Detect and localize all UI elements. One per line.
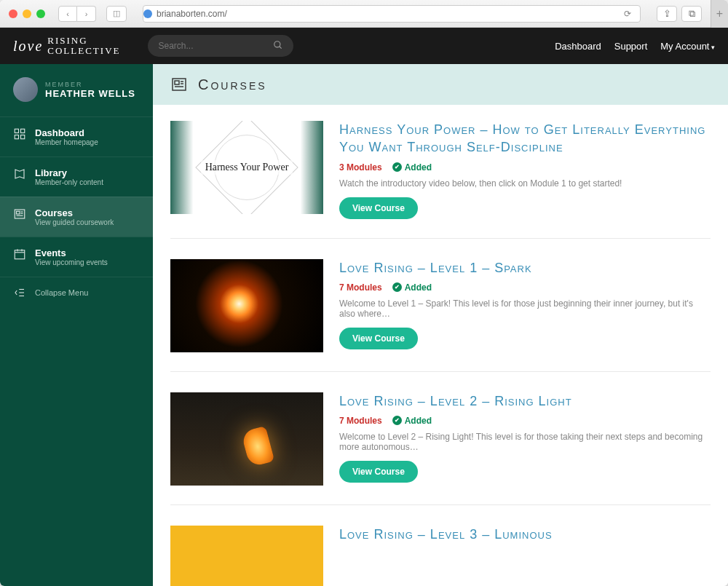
svg-point-0 [274,41,280,47]
course-row: Love Rising – Level 1 – Spark 7 Modules … [170,259,711,372]
view-course-button[interactable]: View Course [339,461,418,483]
collapse-menu[interactable]: Collapse Menu [0,277,153,308]
back-button[interactable]: ‹ [58,6,77,22]
sidebar-item-sub: View upcoming events [35,258,108,266]
sidebar-item-label: Dashboard [35,127,98,138]
news-icon [13,207,26,221]
logo-script: love [13,38,43,54]
right-toolbar: ⇪ ⧉ [657,6,702,22]
app-body: MEMBER HEATHER WELLS Dashboard Member ho… [0,64,728,586]
sidebar-item-sub: Member-only content [35,178,103,186]
course-thumbnail[interactable] [170,526,323,586]
course-row: Love Rising – Level 2 – Rising Light 7 M… [170,392,711,505]
logo-text: RISING COLLECTIVE [47,36,120,57]
svg-rect-19 [175,81,179,84]
avatar [13,77,38,102]
nav-my-account[interactable]: My Account [660,41,715,52]
url-text: brianaborten.com/ [157,9,227,19]
nav-buttons: ‹ › [58,6,96,22]
course-row: Love Rising – Level 3 – Luminous [170,526,711,586]
tabs-button[interactable]: ⧉ [681,6,702,22]
browser-window: ‹ › ◫ brianaborten.com/ ⟳ ⇪ ⧉ + love RIS… [0,0,728,586]
sidebar-toggle-button[interactable]: ◫ [106,6,127,22]
nav-dashboard[interactable]: Dashboard [555,41,601,52]
grid-icon [13,127,26,140]
url-bar[interactable]: brianaborten.com/ ⟳ [143,5,641,23]
maximize-window-button[interactable] [36,9,45,18]
sidebar-item-label: Events [35,248,108,258]
added-badge: Added [392,162,432,173]
sidebar-item-events[interactable]: Events View upcoming events [0,237,153,277]
search-box[interactable] [148,35,293,57]
reload-icon[interactable]: ⟳ [624,9,634,19]
sidebar-item-label: Library [35,167,103,178]
traffic-lights [9,9,45,18]
sidebar-item-courses[interactable]: Courses View guided coursework [0,197,153,237]
course-title-link[interactable]: Harness Your Power – How to Get Literall… [339,121,711,157]
share-button[interactable]: ⇪ [657,6,677,22]
close-window-button[interactable] [9,9,17,18]
added-badge: Added [392,416,432,426]
main-content: Courses Harness Your Power Harness Your … [153,64,728,586]
course-title-link[interactable]: Love Rising – Level 1 – Spark [339,259,711,277]
svg-rect-5 [21,135,25,139]
course-description: Welcome to Level 1 – Spark! This level i… [339,298,711,319]
calendar-icon [13,248,26,261]
view-course-button[interactable]: View Course [339,328,418,349]
collapse-label: Collapse Menu [35,288,88,297]
course-row: Harness Your Power Harness Your Power – … [170,121,711,239]
modules-count: 7 Modules [339,282,382,293]
search-input[interactable] [158,41,273,51]
member-label: MEMBER [45,81,135,88]
book-icon [13,167,26,181]
brand-logo[interactable]: love RISING COLLECTIVE [13,36,120,57]
minimize-window-button[interactable] [23,9,31,18]
search-icon[interactable] [273,40,283,52]
top-navbar: love RISING COLLECTIVE Dashboard Support… [0,28,728,64]
page-title: Courses [198,76,267,93]
course-description: Watch the introductory video below, then… [339,178,711,189]
added-badge: Added [392,282,432,293]
forward-button[interactable]: › [77,6,96,22]
svg-rect-11 [15,250,25,259]
sidebar-item-sub: Member homepage [35,138,98,146]
page-header: Courses [153,64,728,105]
course-title-link[interactable]: Love Rising – Level 3 – Luminous [339,526,711,543]
course-title-link[interactable]: Love Rising – Level 2 – Rising Light [339,392,711,410]
nav-support[interactable]: Support [614,41,648,52]
member-block[interactable]: MEMBER HEATHER WELLS [0,77,153,116]
svg-rect-7 [17,211,20,214]
svg-rect-2 [15,129,18,132]
modules-count: 7 Modules [339,416,382,426]
sidebar-item-sub: View guided coursework [35,218,114,226]
modules-count: 3 Modules [339,162,382,173]
sidebar-item-library[interactable]: Library Member-only content [0,157,153,197]
sidebar-item-dashboard[interactable]: Dashboard Member homepage [0,116,153,157]
view-course-button[interactable]: View Course [339,197,418,219]
course-thumbnail[interactable] [170,259,323,352]
svg-rect-4 [15,135,18,139]
news-icon [170,76,188,93]
svg-rect-3 [21,129,25,132]
sidebar-item-label: Courses [35,207,114,218]
new-tab-button[interactable]: + [711,0,728,28]
course-list: Harness Your Power Harness Your Power – … [153,105,728,586]
member-name: HEATHER WELLS [45,88,135,99]
course-description: Welcome to Level 2 – Rising Light! This … [339,432,711,452]
globe-icon [143,9,152,18]
svg-line-1 [280,46,282,48]
course-thumbnail[interactable]: Harness Your Power [170,121,323,214]
app-root: love RISING COLLECTIVE Dashboard Support… [0,28,728,586]
collapse-icon [13,286,26,299]
browser-title-bar: ‹ › ◫ brianaborten.com/ ⟳ ⇪ ⧉ + [0,0,728,28]
course-thumbnail[interactable] [170,392,323,486]
sidebar: MEMBER HEATHER WELLS Dashboard Member ho… [0,64,153,586]
